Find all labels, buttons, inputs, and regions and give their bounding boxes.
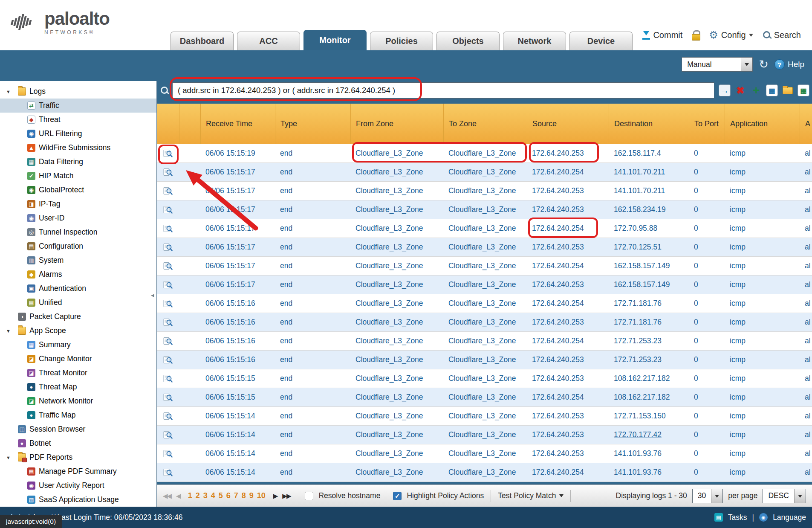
cell-receive-time[interactable]: 06/06 15:15:15 [200,369,275,388]
cell-to-zone[interactable]: Cloudflare_L3_Zone [443,351,527,369]
tab-policies[interactable]: Policies [370,32,433,50]
cell-destination[interactable]: 162.158.157.149 [609,257,689,275]
cell-to-port[interactable]: 0 [689,182,725,200]
cell-application[interactable]: icmp [725,351,800,369]
cell-from-zone[interactable]: Cloudflare_L3_Zone [350,407,443,425]
cell-application[interactable]: icmp [725,219,800,238]
resolve-hostname-checkbox[interactable] [305,492,313,500]
cell-to-zone[interactable]: Cloudflare_L3_Zone [443,426,527,444]
log-detail-magnifier-icon[interactable] [157,200,179,219]
cell-receive-time[interactable]: 06/06 15:15:17 [200,182,275,200]
sidebar-item-ip-tag[interactable]: ◨IP-Tag [0,197,156,211]
cell-to-port[interactable]: 0 [689,219,725,238]
cell-receive-time[interactable]: 06/06 15:15:17 [200,257,275,275]
cell-receive-time[interactable]: 06/06 15:15:17 [200,219,275,238]
cell-receive-time[interactable]: 06/06 15:15:16 [200,332,275,350]
cell-to-port[interactable]: 0 [689,332,725,350]
last-page-button[interactable]: ▶▶ [282,492,290,500]
cell-to-zone[interactable]: Cloudflare_L3_Zone [443,444,527,463]
log-detail-magnifier-icon[interactable] [157,163,179,181]
cell-destination[interactable]: 172.70.177.42 [609,426,689,444]
cell-application[interactable]: icmp [725,407,800,425]
cell-from-zone[interactable]: Cloudflare_L3_Zone [350,182,443,200]
cell-destination[interactable]: 162.158.157.149 [609,276,689,294]
cell-application[interactable]: icmp [725,238,800,256]
previous-page-button[interactable]: ◀ [176,492,180,500]
cell-type[interactable]: end [275,238,350,256]
cell-to-zone[interactable]: Cloudflare_L3_Zone [443,388,527,406]
commit-button[interactable]: Commit [642,30,682,40]
sidebar-item-threat-monitor[interactable]: ◪Threat Monitor [0,366,156,380]
cell-application[interactable]: icmp [725,200,800,219]
cell-action[interactable]: al [800,426,812,444]
cell-type[interactable]: end [275,388,350,406]
cell-destination[interactable]: 162.158.117.4 [609,144,689,162]
expand-collapse-icon[interactable]: ▼ [6,89,14,94]
cell-from-zone[interactable]: Cloudflare_L3_Zone [350,294,443,313]
cell-to-zone[interactable]: Cloudflare_L3_Zone [443,294,527,313]
column-header-destination[interactable]: Destination [609,104,689,144]
highlight-policy-actions-checkbox[interactable] [393,492,402,500]
lock-icon[interactable] [692,30,699,40]
cell-application[interactable]: icmp [725,182,800,200]
column-header-application[interactable]: Application [725,104,800,144]
page-number-5[interactable]: 5 [219,491,223,500]
cell-destination[interactable]: 141.101.93.76 [609,444,689,463]
column-header-receive-time[interactable]: Receive Time [200,104,275,144]
cell-application[interactable]: icmp [725,163,800,181]
cell-type[interactable]: end [275,219,350,238]
sort-order-select[interactable]: DESC [763,489,806,503]
cell-destination[interactable]: 172.70.125.51 [609,238,689,256]
cell-from-zone[interactable]: Cloudflare_L3_Zone [350,332,443,350]
cell-destination[interactable]: 141.101.93.76 [609,463,689,482]
cell-to-port[interactable]: 0 [689,276,725,294]
page-number-10[interactable]: 10 [257,491,266,500]
cell-to-port[interactable]: 0 [689,294,725,313]
cell-to-zone[interactable]: Cloudflare_L3_Zone [443,257,527,275]
cell-type[interactable]: end [275,351,350,369]
cell-application[interactable]: icmp [725,444,800,463]
tab-device[interactable]: Device [569,32,633,50]
cell-application[interactable]: icmp [725,369,800,388]
log-detail-magnifier-icon[interactable] [157,313,179,331]
column-header-a[interactable]: A [800,104,812,144]
cell-type[interactable]: end [275,294,350,313]
cell-source[interactable]: 172.64.240.254 [527,257,609,275]
cell-to-zone[interactable]: Cloudflare_L3_Zone [443,163,527,181]
cell-receive-time[interactable]: 06/06 15:15:17 [200,200,275,219]
cell-receive-time[interactable]: 06/06 15:15:14 [200,426,275,444]
cell-source[interactable]: 172.64.240.253 [527,369,609,388]
cell-application[interactable]: icmp [725,276,800,294]
cell-application[interactable]: icmp [725,313,800,331]
sidebar-item-configuration[interactable]: ▤Configuration [0,239,156,253]
cell-from-zone[interactable]: Cloudflare_L3_Zone [350,351,443,369]
cell-application[interactable]: icmp [725,144,800,162]
cell-destination[interactable]: 108.162.217.182 [609,369,689,388]
column-header-type[interactable]: Type [275,104,350,144]
cell-type[interactable]: end [275,463,350,482]
cell-destination[interactable]: 172.71.181.76 [609,313,689,331]
cell-receive-time[interactable]: 06/06 15:15:16 [200,294,275,313]
cell-to-zone[interactable]: Cloudflare_L3_Zone [443,332,527,350]
cell-action[interactable]: al [800,294,812,313]
cell-to-port[interactable]: 0 [689,444,725,463]
cell-to-zone[interactable]: Cloudflare_L3_Zone [443,313,527,331]
search-button[interactable]: Search [763,30,801,40]
cell-from-zone[interactable]: Cloudflare_L3_Zone [350,426,443,444]
tab-objects[interactable]: Objects [436,32,500,50]
page-number-1[interactable]: 1 [188,491,192,500]
sidebar-item-network-monitor[interactable]: ◪Network Monitor [0,394,156,408]
cell-destination[interactable]: 141.101.70.211 [609,182,689,200]
column-header-from-zone[interactable]: From Zone [350,104,443,144]
cell-application[interactable]: icmp [725,463,800,482]
cell-receive-time[interactable]: 06/06 15:15:19 [200,144,275,162]
cell-action[interactable]: al [800,238,812,256]
cell-action[interactable]: al [800,369,812,388]
cell-type[interactable]: end [275,276,350,294]
log-detail-magnifier-icon[interactable] [157,369,179,388]
cell-type[interactable]: end [275,407,350,425]
page-number-2[interactable]: 2 [196,491,200,500]
cell-to-port[interactable]: 0 [689,144,725,162]
sidebar-item-url-filtering[interactable]: ◉URL Filtering [0,127,156,141]
page-number-3[interactable]: 3 [203,491,208,500]
